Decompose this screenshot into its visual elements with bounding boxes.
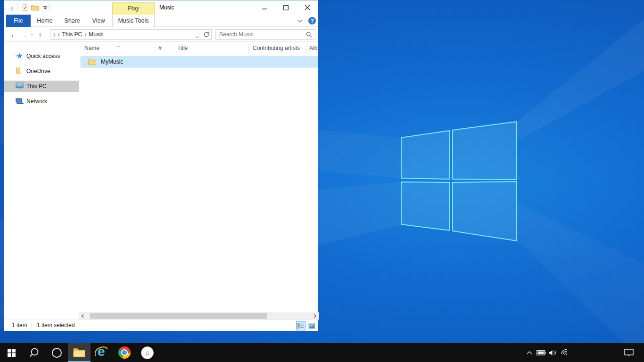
sidebar-item-label: OneDrive <box>26 66 50 77</box>
sidebar-item-label: Network <box>26 96 47 107</box>
sidebar-item-label: This PC <box>26 81 47 92</box>
status-bar: 1 item 1 item selected <box>4 320 318 331</box>
cortana-icon[interactable] <box>45 343 68 362</box>
back-button[interactable]: ← <box>9 27 18 42</box>
sidebar-item-quick-access[interactable]: Quick access <box>4 50 79 62</box>
tab-view[interactable]: View <box>87 15 110 27</box>
maximize-button[interactable] <box>275 0 297 15</box>
scroll-left-icon[interactable] <box>79 312 86 320</box>
volume-icon[interactable] <box>547 343 558 362</box>
new-folder-icon[interactable] <box>31 4 39 11</box>
contextual-group-play[interactable]: Play <box>112 2 155 15</box>
breadcrumb-music[interactable]: Music <box>87 30 105 39</box>
network-pc-icon <box>16 98 23 105</box>
window-title: Music <box>159 0 174 15</box>
thumbnails-view-button[interactable] <box>306 321 316 330</box>
onedrive-folder-icon <box>16 67 23 75</box>
column-divider[interactable] <box>156 44 156 53</box>
up-button[interactable]: ↑ <box>35 27 45 42</box>
close-button[interactable] <box>297 0 318 15</box>
column-divider[interactable] <box>171 44 171 53</box>
column-divider[interactable] <box>306 44 306 53</box>
collapse-ribbon-chevron-icon[interactable] <box>297 17 305 24</box>
breadcrumb-separator: › <box>83 31 87 38</box>
customize-quick-access-icon[interactable] <box>41 4 49 11</box>
file-explorer-window: ♪ Play Music File Home Share View Music … <box>4 0 318 331</box>
taskbar-search-icon[interactable] <box>23 343 45 362</box>
title-bar: ♪ Play Music <box>4 0 318 15</box>
address-field[interactable]: ♪ › This PC › Music <box>50 29 212 40</box>
qat-separator <box>17 4 17 11</box>
breadcrumb-this-pc[interactable]: This PC <box>61 30 84 39</box>
sidebar-item-this-pc[interactable]: This PC <box>4 81 79 92</box>
tab-music-tools[interactable]: Music Tools <box>112 15 155 27</box>
action-center-icon[interactable] <box>622 343 636 362</box>
taskbar-chrome-icon[interactable] <box>113 343 136 362</box>
folder-icon <box>88 58 96 66</box>
navigation-pane: Quick access OneDrive This PC <box>4 42 79 312</box>
sidebar-item-label: Quick access <box>26 50 60 62</box>
status-divider <box>79 322 79 329</box>
address-dropdown-chevron-icon[interactable] <box>195 33 199 40</box>
scrollbar-thumb[interactable] <box>90 313 267 319</box>
qat-separator <box>49 4 50 11</box>
sort-ascending-icon <box>116 42 121 49</box>
scroll-right-icon[interactable] <box>311 312 319 320</box>
breadcrumb-separator: › <box>57 31 61 38</box>
column-header-title[interactable]: Title <box>177 42 188 55</box>
taskbar-itunes-icon[interactable]: ♫ <box>136 343 158 362</box>
location-music-icon: ♪ <box>50 31 57 38</box>
music-note-icon: ♪ <box>8 4 16 11</box>
column-divider[interactable] <box>248 44 249 53</box>
column-header-number[interactable]: # <box>158 42 162 55</box>
start-button[interactable] <box>0 343 23 362</box>
this-pc-monitor-icon <box>16 82 23 90</box>
file-name: MyMusic <box>101 57 123 67</box>
hidden-icons-chevron-icon[interactable] <box>524 343 535 362</box>
column-header-contributing-artists[interactable]: Contributing artists <box>253 42 300 55</box>
refresh-icon[interactable] <box>203 31 210 38</box>
file-row-mymusic[interactable]: MyMusic <box>81 57 318 67</box>
search-input[interactable] <box>216 30 315 39</box>
address-bar-row: ← → ↑ ♪ › This PC › Music <box>4 27 318 42</box>
minimize-button[interactable] <box>254 0 275 15</box>
wifi-icon[interactable] <box>559 343 570 362</box>
selected-count: 1 item selected <box>37 320 75 331</box>
taskbar: e ♫ <box>0 343 644 362</box>
taskbar-file-explorer-icon[interactable] <box>68 343 91 362</box>
search-box <box>215 29 315 40</box>
tab-share[interactable]: Share <box>60 15 84 27</box>
sidebar-item-network[interactable]: Network <box>4 96 79 107</box>
tab-file[interactable]: File <box>6 15 31 27</box>
details-view-button[interactable] <box>296 321 305 330</box>
help-button[interactable]: ? <box>308 17 316 25</box>
battery-icon[interactable] <box>536 343 547 362</box>
item-count: 1 item <box>12 320 27 331</box>
sidebar-item-onedrive[interactable]: OneDrive <box>4 66 79 77</box>
column-header-name[interactable]: Name <box>84 42 99 55</box>
horizontal-scrollbar[interactable] <box>79 312 319 320</box>
status-divider <box>32 322 32 329</box>
quick-access-star-icon <box>16 52 23 60</box>
search-icon[interactable] <box>306 32 312 39</box>
properties-check-icon[interactable] <box>21 4 29 11</box>
tab-home[interactable]: Home <box>33 15 57 27</box>
recent-locations-chevron-icon[interactable] <box>29 27 35 42</box>
column-header-album[interactable]: Alb <box>309 42 317 55</box>
taskbar-internet-explorer-icon[interactable]: e <box>91 343 113 362</box>
forward-button[interactable]: → <box>19 27 29 42</box>
ribbon-tab-row: File Home Share View Music Tools ? <box>4 15 318 27</box>
address-divider <box>202 30 202 39</box>
